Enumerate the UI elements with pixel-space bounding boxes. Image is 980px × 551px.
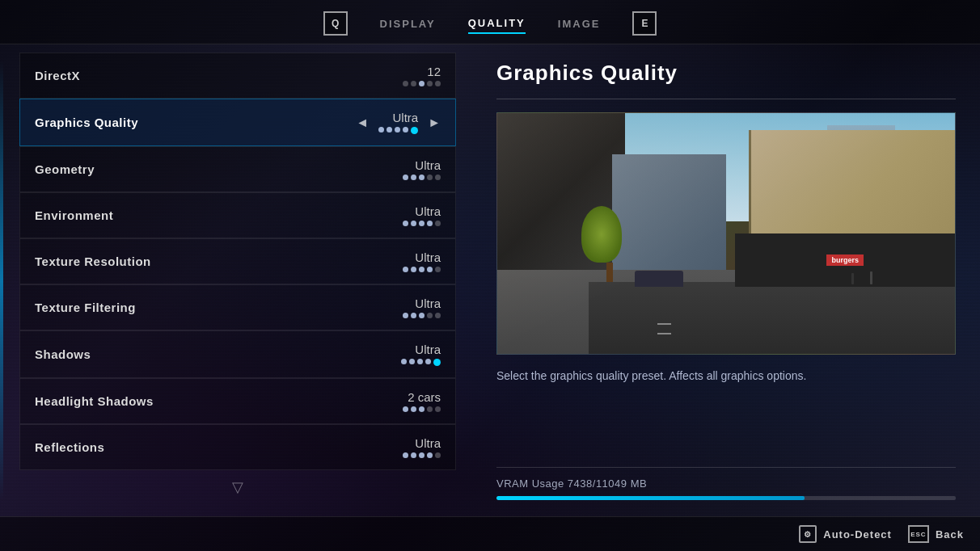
setting-value-environment: Ultra: [415, 204, 441, 218]
setting-value-texture_resolution: Ultra: [415, 250, 441, 264]
setting-value-headlight_shadows: 2 cars: [408, 390, 441, 404]
setting-value-block-environment: Ultra: [403, 204, 441, 226]
setting-value-block-texture_filtering: Ultra: [403, 297, 441, 318]
setting-label-reflections: Reflections: [35, 440, 104, 454]
setting-label-graphics_quality: Graphics Quality: [35, 116, 138, 129]
setting-value-reflections: Ultra: [415, 436, 441, 450]
nav-tab-quality[interactable]: QUALITY: [468, 14, 526, 34]
left-key-btn[interactable]: Q: [323, 11, 348, 36]
setting-label-texture_filtering: Texture Filtering: [35, 301, 136, 314]
scroll-down-indicator: ▽: [19, 472, 456, 503]
setting-value-content-reflections: Ultra: [403, 436, 441, 458]
panel-title: Graphics Quality: [496, 61, 956, 86]
preview-image: burgers: [496, 112, 956, 355]
right-key-btn[interactable]: E: [632, 11, 657, 36]
setting-value-content-geometry: Ultra: [403, 158, 441, 180]
auto-detect-button[interactable]: ⚙ Auto-Detect: [799, 525, 892, 543]
setting-value-block-headlight_shadows: 2 cars: [403, 390, 441, 412]
setting-value-block-directx: 12: [403, 65, 441, 86]
arrow-left-graphics_quality[interactable]: ◄: [356, 116, 369, 130]
vram-fill: [496, 496, 805, 500]
setting-row-headlight_shadows[interactable]: Headlight Shadows 2 cars: [19, 378, 456, 424]
setting-value-content-texture_filtering: Ultra: [403, 297, 441, 318]
settings-panel: DirectX 12 Graphics Quality ◄ Ultra ►: [3, 44, 472, 516]
setting-row-graphics_quality[interactable]: Graphics Quality ◄ Ultra ►: [19, 99, 456, 146]
vram-section: VRAM Usage 7438/11049 MB: [496, 467, 956, 500]
top-nav: Q DISPLAYQUALITYIMAGE E: [0, 0, 980, 44]
panel-description: Select the graphics quality preset. Affe…: [496, 368, 956, 385]
setting-value-texture_filtering: Ultra: [415, 297, 441, 310]
setting-value-block-reflections: Ultra: [403, 436, 441, 458]
main-content: DirectX 12 Graphics Quality ◄ Ultra ►: [0, 44, 980, 516]
setting-value-block-geometry: Ultra: [403, 158, 441, 180]
setting-value-content-shadows: Ultra: [401, 343, 441, 366]
setting-value-content-texture_resolution: Ultra: [403, 250, 441, 272]
setting-value-directx: 12: [427, 65, 441, 78]
setting-row-shadows[interactable]: Shadows Ultra: [19, 330, 456, 378]
setting-value-content-graphics_quality: Ultra: [378, 111, 418, 134]
right-panel: Graphics Quality: [472, 44, 980, 516]
back-label: Back: [936, 528, 964, 540]
setting-row-geometry[interactable]: Geometry Ultra: [19, 146, 456, 192]
setting-label-headlight_shadows: Headlight Shadows: [35, 394, 154, 408]
setting-row-reflections[interactable]: Reflections Ultra: [19, 424, 456, 470]
setting-value-block-shadows: Ultra: [401, 343, 441, 366]
setting-row-texture_resolution[interactable]: Texture Resolution Ultra: [19, 238, 456, 284]
setting-label-environment: Environment: [35, 208, 113, 222]
setting-value-block-graphics_quality: ◄ Ultra ►: [356, 111, 441, 134]
setting-label-geometry: Geometry: [35, 162, 95, 176]
vram-bar: [496, 496, 956, 500]
auto-detect-icon: ⚙: [799, 525, 817, 543]
setting-row-directx[interactable]: DirectX 12: [19, 53, 456, 99]
back-button[interactable]: ESC Back: [908, 525, 964, 543]
auto-detect-label: Auto-Detect: [823, 528, 892, 540]
setting-value-content-environment: Ultra: [403, 204, 441, 226]
setting-value-block-texture_resolution: Ultra: [403, 250, 441, 272]
panel-divider: [496, 99, 956, 99]
nav-tab-image[interactable]: IMAGE: [558, 15, 601, 33]
setting-label-directx: DirectX: [35, 69, 80, 82]
setting-value-graphics_quality: Ultra: [392, 111, 418, 124]
setting-row-texture_filtering[interactable]: Texture Filtering Ultra: [19, 284, 456, 330]
vram-label: VRAM Usage 7438/11049 MB: [496, 477, 956, 490]
setting-label-shadows: Shadows: [35, 347, 91, 361]
arrow-right-graphics_quality[interactable]: ►: [428, 116, 441, 130]
bottom-bar: ⚙ Auto-Detect ESC Back: [0, 516, 980, 551]
setting-value-content-directx: 12: [403, 65, 441, 86]
setting-value-shadows: Ultra: [415, 343, 441, 356]
nav-tab-display[interactable]: DISPLAY: [380, 15, 436, 33]
setting-value-geometry: Ultra: [415, 158, 441, 172]
setting-label-texture_resolution: Texture Resolution: [35, 254, 151, 268]
setting-value-content-headlight_shadows: 2 cars: [403, 390, 441, 412]
setting-row-environment[interactable]: Environment Ultra: [19, 192, 456, 238]
back-key-badge: ESC: [908, 525, 929, 543]
